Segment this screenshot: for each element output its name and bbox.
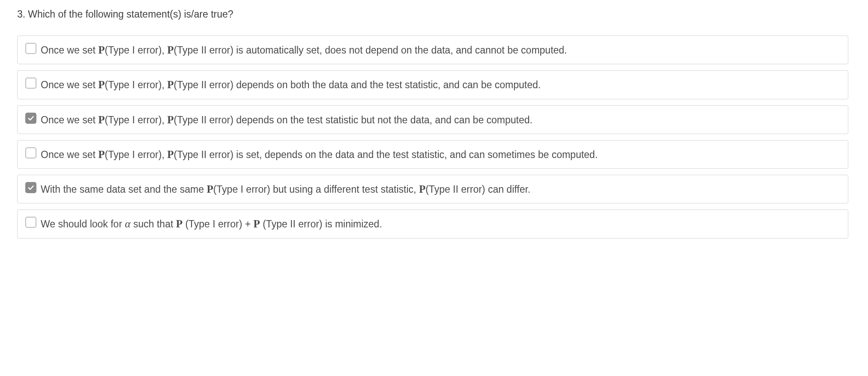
text-segment: can differ.: [485, 184, 531, 195]
text-segment: We should look for: [41, 218, 125, 230]
text-segment: such that: [131, 218, 176, 230]
text-segment: Once we set: [41, 149, 98, 160]
text-segment: (Type I error) +: [183, 218, 254, 230]
choice-item[interactable]: With the same data set and the same P(Ty…: [17, 175, 848, 203]
text-segment: is automatically set, does not depend on…: [233, 45, 567, 56]
checkmark-icon: [27, 184, 35, 191]
checkbox-checked[interactable]: [25, 182, 36, 193]
text-segment: ,: [162, 114, 167, 125]
text-segment: (Type II error) is minimized.: [260, 218, 382, 230]
p-symbol: P: [98, 79, 105, 90]
p-symbol: P: [254, 218, 260, 230]
text-segment: Once we set: [41, 114, 98, 125]
question-number: 3.: [17, 9, 25, 20]
choice-text: We should look for α such that P (Type I…: [41, 216, 840, 232]
text-segment: (Type I error): [105, 149, 162, 160]
p-symbol: P: [207, 183, 213, 195]
text-segment: is set, depends on the data and the test…: [233, 149, 598, 160]
p-symbol: P: [167, 44, 174, 56]
p-symbol: P: [98, 149, 105, 160]
choice-item[interactable]: Once we set P(Type I error), P(Type II e…: [17, 105, 848, 134]
text-segment: (Type II error): [174, 45, 233, 56]
choice-item[interactable]: Once we set P(Type I error), P(Type II e…: [17, 36, 848, 64]
checkmark-icon: [27, 114, 35, 122]
question-heading: 3. Which of the following statement(s) i…: [17, 9, 848, 20]
text-segment: depends on the test statistic but not th…: [233, 114, 533, 125]
question-container: 3. Which of the following statement(s) i…: [17, 9, 848, 239]
choices-list: Once we set P(Type I error), P(Type II e…: [17, 36, 848, 239]
p-symbol: P: [176, 218, 183, 230]
text-segment: Once we set: [41, 45, 98, 56]
p-symbol: P: [419, 183, 425, 195]
p-symbol: P: [98, 44, 105, 56]
choice-item[interactable]: Once we set P(Type I error), P(Type II e…: [17, 70, 848, 99]
checkbox-unchecked[interactable]: [25, 78, 36, 89]
text-segment: (Type II error): [174, 114, 233, 125]
text-segment: (Type II error): [174, 79, 233, 90]
text-segment: ,: [162, 45, 167, 56]
p-symbol: P: [167, 114, 174, 125]
choice-text: With the same data set and the same P(Ty…: [41, 181, 840, 197]
text-segment: (Type II error): [174, 149, 233, 160]
text-segment: (Type I error): [105, 79, 162, 90]
text-segment: (Type II error): [425, 184, 485, 195]
p-symbol: P: [98, 114, 105, 125]
alpha-symbol: α: [125, 218, 130, 230]
checkbox-unchecked[interactable]: [25, 147, 36, 158]
text-segment: (Type I error): [105, 114, 162, 125]
p-symbol: P: [167, 79, 174, 90]
question-text: Which of the following statement(s) is/a…: [28, 9, 233, 20]
choice-item[interactable]: Once we set P(Type I error), P(Type II e…: [17, 140, 848, 169]
choice-text: Once we set P(Type I error), P(Type II e…: [41, 112, 840, 128]
text-segment: ,: [162, 79, 167, 90]
text-segment: depends on both the data and the test st…: [233, 79, 541, 90]
choice-item[interactable]: We should look for α such that P (Type I…: [17, 209, 848, 238]
checkbox-unchecked[interactable]: [25, 43, 36, 54]
p-symbol: P: [167, 149, 174, 160]
text-segment: (Type I error): [105, 45, 162, 56]
choice-text: Once we set P(Type I error), P(Type II e…: [41, 42, 840, 58]
text-segment: but using a different test statistic,: [270, 184, 419, 195]
checkbox-checked[interactable]: [25, 113, 36, 124]
checkbox-unchecked[interactable]: [25, 217, 36, 228]
text-segment: ,: [162, 149, 167, 160]
text-segment: With the same data set and the same: [41, 184, 207, 195]
choice-text: Once we set P(Type I error), P(Type II e…: [41, 77, 840, 93]
text-segment: (Type I error): [213, 184, 270, 195]
text-segment: Once we set: [41, 79, 98, 90]
choice-text: Once we set P(Type I error), P(Type II e…: [41, 146, 840, 162]
